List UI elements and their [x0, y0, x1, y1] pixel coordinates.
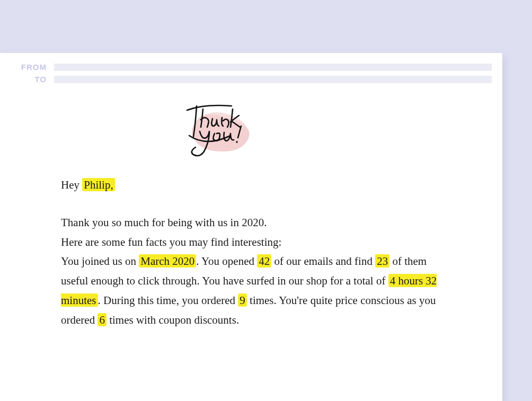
paragraph: Thank you so much for being with us in 2… [61, 213, 449, 330]
from-value-placeholder [54, 64, 492, 71]
order-count-highlight: 9 [238, 293, 247, 307]
open-count-highlight: 42 [257, 254, 271, 268]
greeting-line: Hey Philip, [61, 175, 449, 195]
thank-line: Thank you so much for being with us in 2… [61, 216, 267, 229]
join-date-highlight: March 2020 [139, 254, 196, 268]
seg-of-emails: of our emails and find [271, 255, 375, 268]
email-card: FROM TO [0, 53, 502, 401]
fun-facts-line: Here are some fun facts you may find int… [61, 236, 281, 248]
header-from-row: FROM [0, 63, 502, 72]
to-value-placeholder [54, 76, 492, 83]
coupon-count-highlight: 6 [97, 313, 107, 326]
seg-opened: . You opened [196, 255, 257, 268]
seg-during: . During this time, you ordered [98, 294, 238, 307]
recipient-name-highlight: Philip, [82, 178, 114, 191]
seg-tail: times with coupon discounts. [107, 314, 239, 326]
thank-you-logo-wrap [0, 94, 502, 166]
to-label: TO [0, 75, 47, 84]
from-label: FROM [0, 63, 47, 72]
email-body: Hey Philip, Thank you so much for being … [0, 166, 502, 329]
greeting-prefix: Hey [61, 179, 82, 191]
seg-joined: You joined us on [61, 255, 139, 268]
header-to-row: TO [0, 75, 502, 84]
thank-you-logo-icon [178, 94, 262, 166]
svg-point-0 [236, 141, 238, 143]
useful-count-highlight: 23 [375, 254, 389, 268]
